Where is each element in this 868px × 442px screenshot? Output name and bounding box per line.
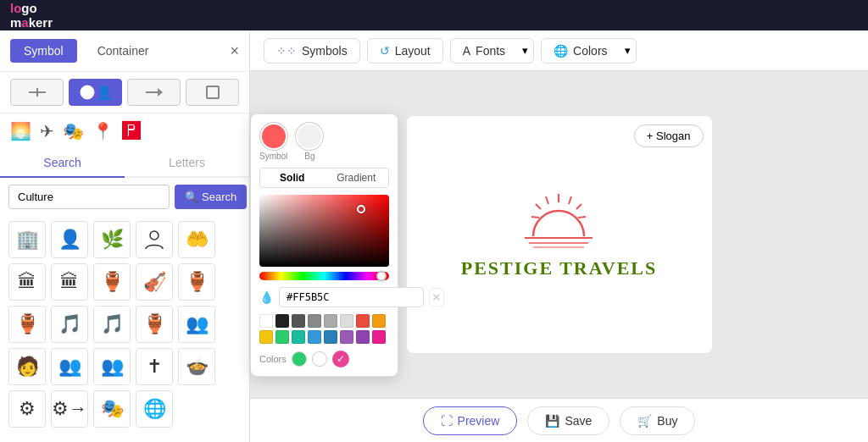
- fonts-toolbar-btn[interactable]: A Fonts: [450, 38, 518, 64]
- svg-point-3: [82, 87, 92, 97]
- hex-input[interactable]: [279, 287, 424, 307]
- symbol-grid: 🏢 👤 🌿 🤲 🏛 🏛 🏺 🎻 🏺 🏺 🎵 🎵 🏺: [0, 216, 249, 442]
- list-item[interactable]: ⚙→: [51, 390, 88, 428]
- symbol-drama-icon[interactable]: 🎭: [63, 121, 84, 141]
- preset-color-orange[interactable]: [372, 314, 386, 328]
- list-item[interactable]: ⚙: [8, 390, 46, 428]
- hue-slider[interactable]: [259, 272, 389, 280]
- confirm-color-button[interactable]: ✓: [332, 351, 349, 367]
- fonts-chevron-btn[interactable]: ▾: [517, 38, 534, 64]
- preset-color-green[interactable]: [275, 330, 289, 344]
- icon-type-fill[interactable]: 👤: [69, 79, 122, 106]
- layout-label: Layout: [395, 44, 431, 58]
- preview-icon: ⛶: [441, 414, 453, 428]
- symbol-row: ⚙ ⚙→ 🎭 🌐: [8, 390, 241, 428]
- preset-color-black[interactable]: [275, 314, 289, 328]
- svg-point-7: [150, 231, 159, 240]
- color-gradient-area[interactable]: [259, 195, 389, 267]
- tab-search[interactable]: Search: [0, 149, 125, 178]
- layout-toolbar-btn[interactable]: ↺ Layout: [367, 38, 443, 64]
- preset-color-yellow[interactable]: [259, 330, 273, 344]
- list-item[interactable]: 🏢: [8, 221, 46, 258]
- list-item[interactable]: 🤲: [178, 221, 215, 258]
- list-item[interactable]: ✝: [136, 348, 173, 385]
- icon-type-line[interactable]: [10, 79, 64, 106]
- sun-svg: [516, 190, 601, 257]
- svg-line-13: [536, 204, 541, 209]
- tab-symbol[interactable]: Symbol: [10, 39, 77, 63]
- preset-color-dpurple[interactable]: [356, 330, 370, 344]
- preset-color-llgray[interactable]: [340, 314, 353, 328]
- preset-color-blue[interactable]: [308, 330, 321, 344]
- list-item[interactable]: 🎭: [93, 390, 131, 428]
- icon-type-outline-l[interactable]: [127, 79, 181, 106]
- list-item[interactable]: 🎵: [51, 306, 88, 343]
- preset-color-gray[interactable]: [308, 314, 321, 328]
- list-item[interactable]: 🏛: [8, 263, 46, 301]
- swatch-green[interactable]: [292, 351, 307, 367]
- preview-label: Preview: [458, 414, 500, 428]
- preset-color-dark[interactable]: [292, 314, 305, 328]
- bg-color-label: Bg: [304, 152, 314, 161]
- preset-color-purple[interactable]: [340, 330, 353, 344]
- close-panel-button[interactable]: ×: [230, 42, 239, 60]
- symbol-brand-icon[interactable]: 🅿: [122, 120, 141, 142]
- preview-button[interactable]: ⛶ Preview: [423, 406, 518, 435]
- symbol-row: 🏛 🏛 🏺 🎻 🏺: [8, 263, 241, 301]
- fonts-icon: A: [463, 44, 470, 58]
- list-item[interactable]: 🏛: [51, 263, 88, 301]
- list-item[interactable]: 🌐: [136, 390, 173, 428]
- preset-color-red[interactable]: [356, 314, 370, 328]
- symbol-row: 🏢 👤 🌿 🤲: [8, 221, 241, 258]
- list-item[interactable]: 👤: [51, 221, 88, 258]
- list-item[interactable]: 🧑: [8, 348, 46, 385]
- hex-row: 💧 ✕: [259, 287, 389, 307]
- symbol-color-circle[interactable]: [260, 123, 287, 150]
- solid-tab[interactable]: Solid: [260, 169, 325, 187]
- search-row: 🔍 Search: [0, 178, 249, 216]
- colors-label: Colors: [573, 44, 607, 58]
- symbols-toolbar-btn[interactable]: ⁘⁘ Symbols: [264, 38, 360, 64]
- swatch-white[interactable]: [312, 351, 327, 367]
- preset-color-lgray[interactable]: [324, 314, 337, 328]
- list-item[interactable]: 🍲: [178, 348, 215, 385]
- cross-button[interactable]: ✕: [429, 288, 444, 307]
- buy-label: Buy: [657, 414, 677, 428]
- logo-part-ke: a: [21, 15, 28, 30]
- preset-color-dblue[interactable]: [324, 330, 337, 344]
- tab-letters[interactable]: Letters: [125, 149, 249, 176]
- buy-button[interactable]: 🛒 Buy: [620, 406, 695, 435]
- list-item[interactable]: 🌿: [93, 221, 131, 258]
- eyedropper-button[interactable]: 💧: [259, 290, 274, 304]
- gradient-tab[interactable]: Gradient: [325, 169, 389, 187]
- search-button[interactable]: 🔍 Search: [175, 185, 247, 209]
- list-item[interactable]: 🎵: [93, 306, 131, 343]
- preset-color-teal[interactable]: [292, 330, 305, 344]
- list-item[interactable]: 👥: [93, 348, 131, 385]
- list-item[interactable]: 🎻: [136, 263, 173, 301]
- tab-container[interactable]: Container: [84, 39, 163, 63]
- search-input[interactable]: [8, 185, 170, 209]
- list-item[interactable]: 🏺: [93, 263, 131, 301]
- bg-color-circle[interactable]: [296, 123, 323, 150]
- logo-part-go: go: [21, 1, 36, 15]
- list-item[interactable]: 👥: [51, 348, 88, 385]
- list-item[interactable]: 🏺: [178, 263, 215, 301]
- svg-line-10: [576, 204, 581, 209]
- slogan-button[interactable]: + Slogan: [634, 124, 704, 147]
- preset-color-white[interactable]: [259, 314, 273, 328]
- symbol-location-icon[interactable]: 📍: [92, 121, 114, 141]
- colors-chevron-btn[interactable]: ▾: [620, 38, 637, 64]
- symbol-sunrise-icon[interactable]: 🌅: [10, 121, 31, 141]
- layout-icon: ↺: [380, 44, 390, 58]
- colors-toolbar-btn[interactable]: 🌐 Colors: [541, 38, 620, 64]
- preset-color-pink[interactable]: [372, 330, 386, 344]
- save-label: Save: [565, 414, 592, 428]
- list-item[interactable]: 🏺: [8, 306, 46, 343]
- save-button[interactable]: 💾 Save: [527, 406, 609, 435]
- symbol-plane-icon[interactable]: ✈: [40, 121, 54, 141]
- list-item[interactable]: [136, 221, 173, 258]
- list-item[interactable]: 👥: [178, 306, 215, 343]
- icon-type-outline-r[interactable]: [186, 79, 239, 106]
- list-item[interactable]: 🏺: [136, 306, 173, 343]
